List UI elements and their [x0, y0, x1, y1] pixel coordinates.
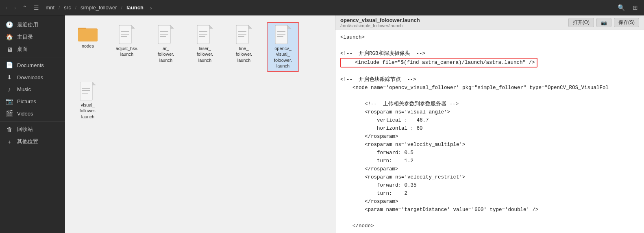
svg-rect-33 — [80, 82, 92, 100]
sidebar-item-music-label: Music — [17, 86, 31, 92]
pictures-icon: 📷 — [6, 98, 13, 105]
sidebar-sep-1 — [0, 57, 65, 57]
doc-icon-line-follower — [236, 25, 252, 44]
breadcrumb-sep-3: / — [121, 5, 122, 11]
sidebar-item-recent[interactable]: 🕐 最近使用 — [0, 19, 65, 31]
file-item-ar-follower[interactable]: ar_follower.launch — [150, 22, 182, 72]
svg-marker-35 — [92, 82, 96, 85]
editor-open-button[interactable]: 打开(O) — [568, 18, 594, 27]
file-name-nodes: nodes — [82, 43, 94, 49]
sidebar-item-desktop-label: 桌面 — [17, 46, 28, 53]
doc-icon-opencv-visual — [275, 25, 291, 44]
nav-up-button[interactable]: ⌃ — [20, 3, 30, 12]
file-name-line-follower: line_follower.launch — [236, 46, 252, 63]
file-name-ar-follower: ar_follower.launch — [158, 46, 174, 63]
recent-icon: 🕐 — [6, 21, 13, 28]
sidebar-item-home-label: 主目录 — [17, 33, 33, 41]
doc-icon-laser-follower — [197, 25, 213, 44]
svg-rect-9 — [158, 25, 170, 44]
sidebar: 🕐 最近使用 🏠 主目录 🖥 桌面 📄 Documents ⬇ Download… — [0, 15, 65, 233]
sidebar-item-other-label: 其他位置 — [17, 138, 38, 145]
svg-rect-21 — [236, 25, 248, 44]
nav-history-button[interactable]: ☰ — [31, 3, 41, 12]
editor-save-button[interactable]: 保存(S) — [614, 18, 639, 27]
file-name-laser-follower: laser_follower.launch — [197, 46, 213, 63]
view-toggle-button[interactable]: ⊞ — [630, 3, 641, 13]
file-name-visual-follower: visual_follower.launch — [80, 102, 96, 120]
nav-forward-button[interactable]: › — [12, 3, 19, 12]
svg-rect-27 — [275, 25, 287, 44]
sidebar-item-home[interactable]: 🏠 主目录 — [0, 31, 65, 43]
editor-actions: 打开(O) 📷 保存(S) — [568, 18, 639, 27]
sidebar-item-documents[interactable]: 📄 Documents — [0, 59, 65, 71]
sidebar-item-videos[interactable]: 🎬 Videos — [0, 107, 65, 120]
editor-title-group: opencv_visual_foloower.launch /mnt/src/s… — [340, 17, 420, 28]
trash-icon: 🗑 — [6, 126, 13, 133]
editor-filename: opencv_visual_foloower.launch — [340, 17, 420, 23]
editor-highlighted-line: <include file="$(find astra_camera)/laun… — [340, 58, 537, 68]
breadcrumb-src[interactable]: src — [61, 3, 73, 12]
svg-rect-3 — [119, 25, 131, 44]
sidebar-item-videos-label: Videos — [17, 111, 33, 117]
file-item-laser-follower[interactable]: laser_follower.launch — [189, 22, 221, 72]
sidebar-item-documents-label: Documents — [17, 62, 44, 68]
music-icon: ♪ — [6, 86, 13, 93]
sidebar-item-downloads-label: Downloads — [17, 74, 43, 81]
doc-icon-ar-follower — [158, 25, 174, 44]
sidebar-item-pictures[interactable]: 📷 Pictures — [0, 95, 65, 107]
file-grid: nodes adjust_hsv.launch — [72, 22, 329, 123]
home-icon: 🏠 — [6, 33, 13, 41]
breadcrumb-sep-2: / — [75, 5, 76, 11]
main-layout: 🕐 最近使用 🏠 主目录 🖥 桌面 📄 Documents ⬇ Download… — [0, 15, 644, 233]
editor-line-1: <launch> <!-- 开启RGB和深度摄像头 --> — [340, 35, 425, 57]
doc-icon-adjust-hsv — [119, 25, 135, 44]
breadcrumb-simple-follower[interactable]: simple_follower — [78, 3, 120, 12]
sidebar-item-music[interactable]: ♪ Music — [0, 83, 65, 95]
sidebar-item-pictures-label: Pictures — [17, 98, 36, 105]
file-item-adjust-hsv[interactable]: adjust_hsv.launch — [111, 22, 143, 72]
editor-header: opencv_visual_foloower.launch /mnt/src/s… — [335, 15, 644, 30]
sidebar-sep-2 — [0, 121, 65, 122]
downloads-icon: ⬇ — [6, 74, 13, 81]
file-browser: nodes adjust_hsv.launch — [65, 15, 335, 233]
sidebar-item-trash[interactable]: 🗑 回收站 — [0, 123, 65, 135]
folder-icon — [78, 25, 98, 41]
breadcrumb-expand-button[interactable]: › — [148, 3, 154, 12]
editor-panel: opencv_visual_foloower.launch /mnt/src/s… — [335, 15, 644, 233]
search-button[interactable]: 🔍 — [615, 3, 628, 13]
sidebar-item-desktop[interactable]: 🖥 桌面 — [0, 43, 65, 55]
sidebar-item-recent-label: 最近使用 — [17, 21, 38, 28]
editor-line-rest: <!-- 开启色块跟踪节点 --> <node name='opencv_vis… — [340, 77, 609, 233]
sidebar-item-trash-label: 回收站 — [17, 126, 33, 133]
breadcrumb-launch[interactable]: launch — [124, 3, 146, 12]
other-icon: + — [6, 138, 13, 145]
sidebar-item-downloads[interactable]: ⬇ Downloads — [0, 71, 65, 83]
file-item-opencv-visual[interactable]: opencv_visual_foloower.launch — [267, 22, 299, 72]
desktop-icon: 🖥 — [6, 46, 13, 53]
file-name-adjust-hsv: adjust_hsv.launch — [116, 46, 138, 57]
file-name-opencv-visual: opencv_visual_foloower.launch — [274, 46, 292, 69]
svg-rect-15 — [197, 25, 209, 44]
breadcrumb-mnt[interactable]: mnt — [43, 3, 57, 12]
file-item-line-follower[interactable]: line_follower.launch — [228, 22, 260, 72]
svg-rect-2 — [78, 29, 98, 41]
videos-icon: 🎬 — [6, 110, 13, 117]
editor-content[interactable]: <launch> <!-- 开启RGB和深度摄像头 --> <include f… — [335, 30, 644, 233]
documents-icon: 📄 — [6, 61, 13, 69]
nav-back-button[interactable]: ‹ — [3, 3, 10, 12]
breadcrumb-sep-1: / — [59, 5, 60, 11]
file-item-nodes[interactable]: nodes — [72, 22, 104, 72]
editor-screenshot-button[interactable]: 📷 — [596, 18, 611, 27]
sidebar-item-other[interactable]: + 其他位置 — [0, 135, 65, 148]
top-bar: ‹ › ⌃ ☰ mnt / src / simple_follower / la… — [0, 0, 644, 15]
editor-path: /mnt/src/simple_follower/launch — [340, 23, 420, 28]
file-item-visual-follower[interactable]: visual_follower.launch — [72, 78, 104, 123]
doc-icon-visual-follower — [80, 82, 96, 100]
